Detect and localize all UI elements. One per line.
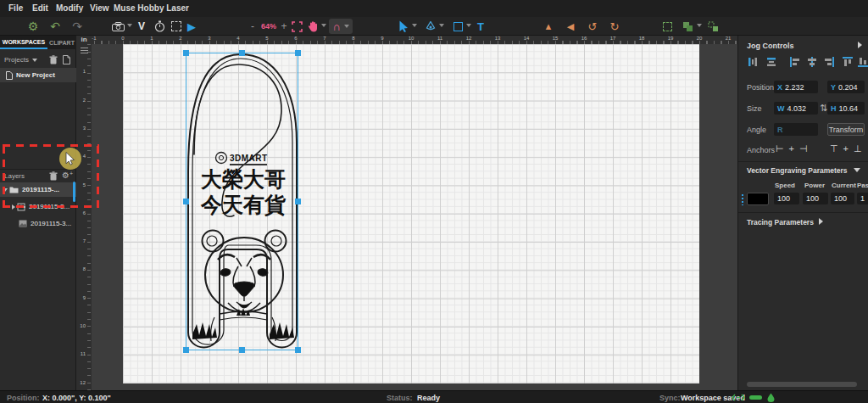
aspect-link-icon[interactable]: ⇅ (820, 103, 827, 114)
layers-label: Layers (4, 172, 25, 180)
param-power-field[interactable]: 100 (803, 193, 828, 204)
menu-view[interactable]: View (90, 3, 109, 13)
left-ruler-number: 8 (83, 266, 86, 271)
menu-modify[interactable]: Modify (56, 3, 83, 13)
top-ruler-number: 11 (437, 36, 442, 41)
vector-tool-icon[interactable]: V (136, 19, 147, 34)
ruler-menu-icon[interactable] (81, 48, 88, 53)
param-color-swatch[interactable] (747, 193, 769, 205)
snap-magnet-tool[interactable]: ∩ (329, 19, 353, 34)
frame-job-icon[interactable] (170, 19, 183, 34)
settings-gear-icon[interactable]: ⚙ (25, 19, 41, 34)
left-ruler-number: 3 (83, 126, 86, 131)
design-door-hanger[interactable]: 3DMART 大榮大哥 今天有貨 (186, 53, 298, 350)
tracing-params-header[interactable]: Tracing Parameters (747, 218, 814, 227)
rotate-cw-icon[interactable]: ↻ (607, 19, 622, 34)
param-row-drag-handle[interactable] (741, 193, 745, 205)
param-speed-field[interactable]: 100 (774, 193, 799, 204)
delete-project-trash-icon[interactable] (49, 55, 58, 64)
anchor-vertical-icons[interactable]: ⊤+⊥ (830, 143, 867, 154)
tab-workspaces[interactable]: WORKSPACES (0, 36, 47, 49)
shape-dropdown-caret[interactable] (466, 24, 471, 27)
position-x-field[interactable]: X2.232 (774, 81, 818, 93)
run-job-play-icon[interactable]: ▶ (185, 19, 198, 34)
camera-icon[interactable] (110, 19, 125, 34)
size-w-field[interactable]: W4.032 (774, 102, 818, 115)
zoom-level-value[interactable]: 64% (258, 19, 280, 34)
angle-r-field[interactable]: R (774, 123, 818, 136)
anchor-horizontal-icons[interactable]: ⊢+⊣ (776, 143, 813, 154)
param-passes-field[interactable]: 1 (857, 193, 868, 204)
vertical-ruler: 123456789101112 (76, 44, 92, 390)
jog-controls-header[interactable]: Jog Controls (747, 42, 794, 50)
zoom-in-button[interactable]: + (280, 19, 288, 34)
projects-dropdown-caret[interactable] (32, 59, 37, 62)
transform-button[interactable]: Transform (827, 123, 865, 136)
layers-scrollbar-thumb[interactable] (73, 182, 75, 202)
group-dropdown-caret[interactable] (697, 24, 702, 27)
layer-row-image[interactable]: 20191115-3... (0, 216, 76, 231)
group-objects-icon[interactable] (680, 19, 695, 34)
magnet-dropdown-caret[interactable] (344, 25, 349, 28)
statusbar-status-label: Status: (387, 394, 413, 402)
redo-icon[interactable]: ↷ (70, 19, 85, 34)
size-h-field[interactable]: H10.64 (827, 102, 865, 115)
left-ruler-number: 5 (83, 182, 86, 188)
select-dropdown-caret[interactable] (412, 24, 417, 27)
ungroup-objects-icon[interactable] (705, 19, 721, 34)
statusbar-status-value: Ready (417, 394, 440, 402)
mouse-cursor-highlight (59, 148, 81, 170)
anchors-label: Anchors (747, 146, 775, 154)
shape-rect-tool-icon[interactable] (451, 19, 465, 34)
align-right-icon[interactable] (823, 56, 835, 68)
folder-icon (9, 186, 19, 193)
vector-engraving-params-header[interactable]: Vector Engraving Parameters (747, 166, 848, 175)
pen-tool-icon[interactable] (424, 19, 437, 34)
add-layer-gear-icon[interactable]: ⚙+ (62, 171, 73, 180)
new-project-page-icon[interactable] (63, 55, 70, 64)
jog-controls-expand-icon[interactable] (858, 42, 862, 48)
param-current-field[interactable]: 100 (831, 193, 854, 204)
flip-horizontal-icon[interactable]: ◀ (563, 19, 578, 34)
canvas-viewport[interactable]: 3DMART 大榮大哥 今天有貨 (92, 44, 737, 390)
horizontal-ruler: -10123456789101112131415161718192021 (92, 36, 737, 44)
right-sidebar: Jog Controls Position X2.232 Y0.204 Size… (737, 36, 868, 390)
marquee-select-icon[interactable] (659, 19, 675, 34)
pen-dropdown-caret[interactable] (439, 24, 444, 27)
menu-muse-hobby-laser[interactable]: Muse Hobby Laser (114, 3, 189, 13)
project-item-new-project[interactable]: New Project (0, 68, 76, 82)
distribute-horizontal-icon[interactable] (747, 56, 759, 68)
pan-dropdown-caret[interactable] (321, 24, 326, 27)
top-ruler-number: 15 (553, 36, 559, 41)
text-tool-icon[interactable]: T (475, 19, 487, 34)
pan-hand-icon[interactable] (306, 19, 320, 34)
align-bottom-icon[interactable] (857, 56, 868, 68)
flip-vertical-icon[interactable]: ▲ (541, 19, 556, 34)
undo-icon[interactable]: ↶ (47, 19, 63, 34)
y-value: 0.204 (838, 83, 858, 92)
rotate-ccw-icon[interactable]: ↺ (585, 19, 600, 34)
zoom-out-button[interactable]: - (248, 19, 257, 34)
zoom-fit-icon[interactable] (290, 19, 303, 34)
align-top-icon[interactable] (842, 56, 854, 68)
status-bar: Position: X: 0.000", Y: 0.100" Status: R… (0, 390, 868, 403)
layer-row-folder[interactable]: 20191115-... (0, 182, 76, 197)
top-ruler-number: 10 (409, 36, 415, 41)
h-label: H (831, 104, 837, 113)
bear-left-claws (192, 322, 217, 339)
distribute-vertical-icon[interactable] (765, 56, 777, 68)
delete-layer-trash-icon[interactable] (49, 171, 58, 181)
menu-edit[interactable]: Edit (32, 3, 48, 13)
panel-horizontal-scrollbar[interactable] (747, 382, 857, 387)
menu-file[interactable]: File (8, 3, 23, 13)
align-center-vertical-icon[interactable] (806, 56, 818, 68)
project-item-label: New Project (16, 71, 55, 79)
camera-dropdown-caret[interactable] (127, 24, 132, 27)
tab-clipart[interactable]: CLIPART (47, 36, 76, 49)
position-y-field[interactable]: Y0.204 (827, 81, 865, 93)
select-pointer-icon[interactable] (397, 19, 410, 34)
tracing-expand-icon[interactable] (819, 218, 823, 225)
vep-collapse-icon[interactable] (854, 168, 860, 172)
align-left-icon[interactable] (789, 56, 801, 68)
timer-icon[interactable] (153, 19, 166, 34)
